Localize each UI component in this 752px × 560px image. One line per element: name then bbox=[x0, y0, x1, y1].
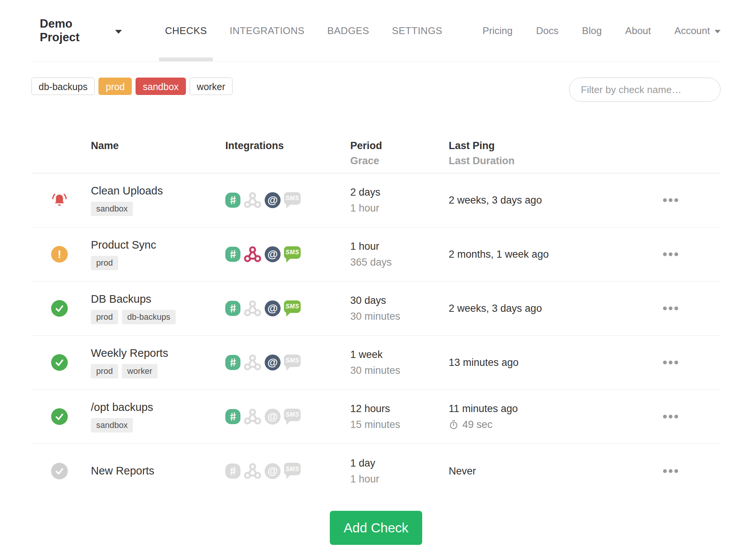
nav-link-about[interactable]: About bbox=[625, 25, 651, 37]
period-cell[interactable]: 1 week 30 minutes bbox=[350, 347, 449, 378]
sms-icon[interactable]: SMS bbox=[284, 192, 301, 205]
last-ping-cell: 13 minutes ago bbox=[449, 355, 661, 370]
period-cell[interactable]: 30 days 30 minutes bbox=[350, 292, 449, 324]
sms-icon[interactable]: SMS bbox=[284, 355, 301, 367]
slack-icon[interactable]: # bbox=[225, 301, 240, 316]
integrations-cell: # @ SMS bbox=[225, 354, 350, 371]
menu-cell bbox=[661, 194, 721, 206]
check-tags: prod worker bbox=[91, 364, 225, 378]
webhook-icon[interactable] bbox=[244, 300, 261, 317]
row-menu-button[interactable] bbox=[661, 465, 680, 477]
status-cell bbox=[31, 354, 81, 371]
table-row: Clean Uploads sandbox # @ SMS 2 days 1 h… bbox=[31, 173, 721, 227]
last-ping-cell: 2 months, 1 week ago bbox=[449, 246, 661, 262]
tab-checks[interactable]: CHECKS bbox=[159, 0, 213, 61]
checks-table: Name Integrations Period Grace Last Ping… bbox=[31, 138, 721, 498]
period-cell[interactable]: 2 days 1 hour bbox=[350, 184, 449, 216]
filter-input[interactable] bbox=[569, 78, 721, 102]
last-duration: 49 sec bbox=[449, 417, 661, 432]
email-icon[interactable]: @ bbox=[265, 355, 281, 370]
header-last-duration: Last Duration bbox=[449, 153, 661, 168]
check-name[interactable]: New Reports bbox=[91, 465, 225, 477]
menu-cell bbox=[661, 411, 721, 422]
row-menu-button[interactable] bbox=[661, 194, 680, 206]
period-cell[interactable]: 1 hour 365 days bbox=[350, 238, 449, 270]
email-icon[interactable]: @ bbox=[265, 409, 281, 425]
check-tags: sandbox bbox=[91, 202, 225, 216]
check-name[interactable]: Weekly Reports bbox=[91, 347, 225, 359]
period-value: 12 hours bbox=[350, 401, 449, 417]
period-cell[interactable]: 1 day 1 hour bbox=[350, 455, 449, 487]
check-tags: prod db-backups bbox=[91, 310, 225, 324]
webhook-icon[interactable] bbox=[244, 246, 261, 263]
row-menu-button[interactable] bbox=[661, 249, 680, 260]
filter-row: db-backups prod sandbox worker bbox=[31, 78, 721, 102]
tab-badges[interactable]: BADGES bbox=[321, 0, 375, 61]
row-menu-button[interactable] bbox=[661, 303, 680, 314]
nav-link-docs[interactable]: Docs bbox=[536, 25, 559, 37]
sms-icon[interactable]: SMS bbox=[284, 463, 301, 475]
row-menu-button[interactable] bbox=[661, 357, 680, 368]
project-switcher[interactable]: Demo Project bbox=[40, 17, 122, 44]
status-circle-icon bbox=[51, 246, 68, 263]
check-name[interactable]: /opt backups bbox=[91, 401, 225, 414]
tab-integrations[interactable]: INTEGRATIONS bbox=[223, 0, 310, 61]
last-ping-cell: 2 weeks, 3 days ago bbox=[449, 192, 661, 208]
tag-filter-db-backups[interactable]: db-backups bbox=[31, 78, 95, 95]
table-header: Name Integrations Period Grace Last Ping… bbox=[31, 138, 721, 173]
header-lastping-duration: Last Ping Last Duration bbox=[449, 138, 661, 168]
tab-label: BADGES bbox=[327, 25, 369, 37]
sms-icon[interactable]: SMS bbox=[284, 409, 301, 421]
nav-link-blog[interactable]: Blog bbox=[582, 25, 602, 37]
tag-filter-prod[interactable]: prod bbox=[98, 78, 132, 95]
header-status-spacer bbox=[31, 138, 81, 168]
email-icon[interactable]: @ bbox=[265, 246, 281, 262]
add-check-button[interactable]: Add Check bbox=[330, 511, 422, 545]
sms-icon[interactable]: SMS bbox=[284, 246, 301, 259]
webhook-icon[interactable] bbox=[244, 462, 261, 480]
webhook-icon[interactable] bbox=[244, 354, 261, 371]
webhook-icon[interactable] bbox=[244, 191, 261, 209]
integrations-cell: # @ SMS bbox=[225, 462, 350, 480]
integrations-cell: # @ SMS bbox=[225, 300, 350, 317]
status-circle-icon bbox=[51, 300, 68, 317]
tag-filter-worker[interactable]: worker bbox=[190, 78, 232, 95]
check-tag: prod bbox=[91, 256, 118, 270]
check-name[interactable]: Product Sync bbox=[91, 239, 225, 251]
slack-icon[interactable]: # bbox=[225, 464, 240, 479]
check-name[interactable]: Clean Uploads bbox=[91, 185, 225, 197]
email-icon[interactable]: @ bbox=[265, 300, 281, 316]
header-grace: Grace bbox=[350, 153, 449, 168]
check-name[interactable]: DB Backups bbox=[91, 293, 225, 305]
check-tags: sandbox bbox=[91, 418, 225, 432]
period-cell[interactable]: 12 hours 15 minutes bbox=[350, 401, 449, 432]
sms-icon[interactable]: SMS bbox=[284, 300, 301, 313]
grace-value: 30 minutes bbox=[350, 362, 449, 378]
status-cell bbox=[31, 300, 81, 317]
slack-icon[interactable]: # bbox=[225, 409, 240, 424]
tag-filter-sandbox[interactable]: sandbox bbox=[136, 78, 186, 95]
email-icon[interactable]: @ bbox=[265, 463, 281, 479]
status-circle-icon bbox=[51, 463, 68, 479]
check-icon bbox=[55, 466, 64, 476]
slack-icon[interactable]: # bbox=[225, 355, 240, 370]
webhook-icon[interactable] bbox=[244, 408, 261, 425]
slack-icon[interactable]: # bbox=[225, 193, 240, 208]
nav-link-pricing[interactable]: Pricing bbox=[482, 25, 512, 37]
menu-cell bbox=[661, 303, 721, 314]
name-cell: Weekly Reports prod worker bbox=[81, 347, 225, 378]
tab-settings[interactable]: SETTINGS bbox=[386, 0, 448, 61]
menu-cell bbox=[661, 357, 721, 368]
account-menu[interactable]: Account bbox=[674, 25, 721, 37]
integrations-cell: # @ SMS bbox=[225, 408, 350, 425]
check-icon bbox=[55, 412, 64, 422]
tab-label: CHECKS bbox=[165, 25, 207, 37]
email-icon[interactable]: @ bbox=[265, 192, 281, 208]
last-ping-value: 11 minutes ago bbox=[449, 401, 661, 417]
stopwatch-icon bbox=[449, 420, 459, 429]
row-menu-button[interactable] bbox=[661, 411, 680, 422]
slack-icon[interactable]: # bbox=[225, 247, 240, 262]
check-tag: prod bbox=[91, 310, 118, 324]
table-row: DB Backups prod db-backups # @ SMS 30 da… bbox=[31, 282, 721, 336]
period-value: 2 days bbox=[350, 184, 449, 200]
